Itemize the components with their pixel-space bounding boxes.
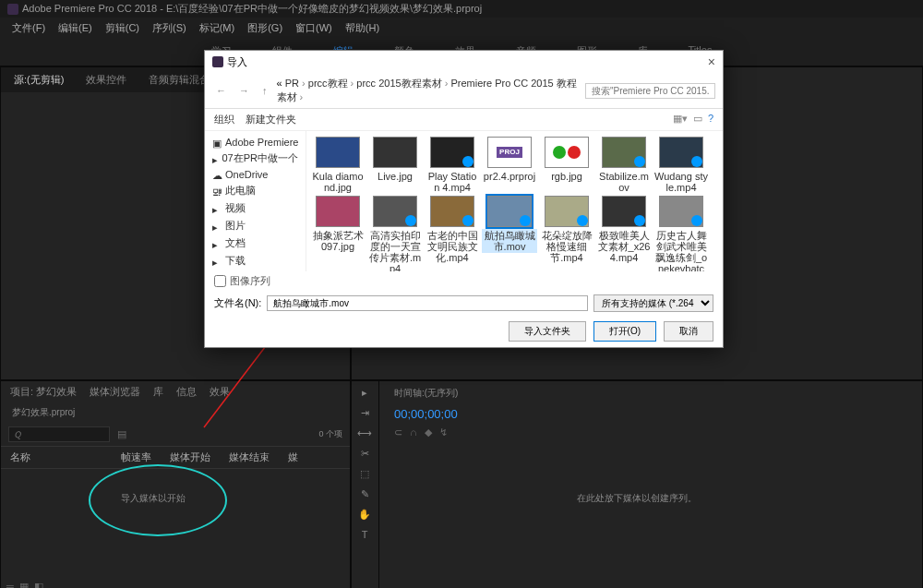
close-icon[interactable]: × [708, 54, 715, 69]
tab-media-browser[interactable]: 媒体浏览器 [90, 385, 140, 399]
settings-wrench-icon[interactable]: ↯ [439, 426, 448, 438]
col-out[interactable]: 媒体结束 [229, 450, 270, 464]
col-in[interactable]: 媒体开始 [170, 450, 210, 464]
nav-up-icon[interactable]: ↑ [258, 85, 271, 96]
menu-edit[interactable]: 编辑(E) [54, 19, 97, 37]
dialog-titlebar: 导入 × [205, 51, 723, 73]
bin-icon[interactable]: ▤ [117, 428, 126, 440]
cancel-button[interactable]: 取消 [664, 321, 713, 342]
timecode[interactable]: 00;00;00;00 [383, 405, 922, 423]
col-name[interactable]: 名称 [10, 450, 102, 464]
tab-project[interactable]: 项目: 梦幻效果 [10, 385, 77, 399]
project-view-buttons: ═ ▦ ◧ [6, 581, 43, 588]
file-item[interactable]: Kula diamond.jpg [310, 137, 366, 194]
tool-column: ▸ ⇥ ⟷ ✂ ⬚ ✎ ✋ T [352, 381, 379, 588]
tab-lib[interactable]: 库 [153, 385, 163, 399]
items-count: 0 个项 [318, 428, 342, 440]
file-item[interactable]: PROJpr2.4.prproj [482, 137, 537, 194]
file-item[interactable]: 航拍鸟瞰城市.mov [482, 196, 537, 271]
view-menu-icon[interactable]: ▦▾ [673, 113, 688, 126]
project-search-input[interactable] [8, 426, 110, 442]
pen-tool-icon[interactable]: ✎ [355, 488, 374, 505]
file-item[interactable]: Play Station 4.mp4 [425, 137, 480, 194]
import-folder-button[interactable]: 导入文件夹 [509, 321, 586, 342]
menu-bar: 文件(F) 编辑(E) 剪辑(C) 序列(S) 标记(M) 图形(G) 窗口(W… [0, 18, 923, 39]
filename-input[interactable] [267, 295, 588, 311]
menu-seq[interactable]: 序列(S) [148, 19, 191, 37]
sidebar-item[interactable]: ▸视频 [210, 199, 300, 217]
file-item[interactable]: Stabilize.mov [596, 137, 652, 194]
tab-source[interactable]: 源:(无剪辑) [10, 71, 67, 89]
file-item[interactable]: Live.jpg [367, 137, 423, 194]
type-tool-icon[interactable]: T [355, 529, 374, 546]
project-file-name: 梦幻效果.prproj [1, 402, 350, 423]
filename-label: 文件名(N): [214, 296, 261, 310]
annotation-circle [89, 464, 227, 536]
ripple-tool-icon[interactable]: ⟷ [355, 427, 374, 444]
file-item[interactable]: 极致唯美人文素材_x264.mp4 [596, 196, 652, 271]
sidebar-item[interactable]: 🖳此电脑 [210, 182, 300, 199]
file-item[interactable]: 古老的中国文明民族文化.mp4 [425, 196, 480, 271]
dialog-title: 导入 [227, 55, 247, 69]
file-item[interactable]: 抽象派艺术 097.jpg [310, 196, 366, 271]
filter-select[interactable]: 所有支持的媒体 (*.264;*.3G2;* [593, 294, 713, 312]
image-sequence-label: 图像序列 [230, 274, 270, 288]
file-item[interactable]: 历史古人舞剑武术唯美飘逸练剑_onekeybatch.mp4 [653, 196, 709, 271]
project-tabs: 项目: 梦幻效果 媒体浏览器 库 信息 效果 [1, 381, 350, 402]
sidebar-item[interactable]: ▸07在PR中做一个 [210, 150, 300, 167]
menu-graph[interactable]: 图形(G) [243, 19, 287, 37]
sidebar-item[interactable]: ▸下载 [210, 252, 300, 270]
marker-icon[interactable]: ◆ [425, 426, 432, 438]
image-sequence-row: 图像序列 [205, 271, 723, 291]
nav-back-icon[interactable]: ← [212, 85, 230, 96]
file-grid[interactable]: Kula diamond.jpgLive.jpgPlay Station 4.m… [306, 131, 723, 271]
file-item[interactable]: rgb.jpg [539, 137, 594, 194]
timeline-panel: ▸ ⇥ ⟷ ✂ ⬚ ✎ ✋ T 时间轴:(无序列) 00;00;00;00 ⊂ … [351, 380, 923, 588]
snap-icon[interactable]: ⊂ [394, 426, 402, 438]
menu-help[interactable]: 帮助(H) [341, 19, 384, 37]
open-button[interactable]: 打开(O) [593, 321, 656, 342]
organize-menu[interactable]: 组织 [214, 113, 234, 126]
dialog-buttons: 导入文件夹 打开(O) 取消 [205, 316, 723, 347]
menu-mark[interactable]: 标记(M) [195, 19, 240, 37]
sidebar-item[interactable]: ☁OneDrive [210, 167, 300, 182]
track-select-icon[interactable]: ⇥ [355, 407, 374, 424]
help-icon[interactable]: ? [708, 113, 713, 126]
sidebar-item[interactable]: ▸文档 [210, 234, 300, 252]
file-item[interactable]: 花朵绽放降格慢速细节.mp4 [539, 196, 594, 271]
window-title: Adobe Premiere Pro CC 2018 - E:\百度经验\07在… [22, 2, 482, 16]
dialog-sidebar: ▣Adobe Premiere▸07在PR中做一个☁OneDrive🖳此电脑▸视… [205, 131, 306, 271]
image-sequence-checkbox[interactable] [214, 275, 226, 287]
filename-row: 文件名(N): 所有支持的媒体 (*.264;*.3G2;* [205, 291, 723, 316]
dialog-toolbar: 组织 新建文件夹 ▦▾ ▭ ? [205, 109, 723, 131]
sidebar-item[interactable]: ▸图片 [210, 217, 300, 234]
app-icon [7, 4, 18, 15]
title-bar: Adobe Premiere Pro CC 2018 - E:\百度经验\07在… [0, 0, 923, 18]
tab-fx-controls[interactable]: 效果控件 [82, 71, 130, 89]
selection-tool-icon[interactable]: ▸ [355, 387, 374, 403]
file-item[interactable]: 高清实拍印度的一天宣传片素材.mp4 [367, 196, 423, 271]
dialog-body: ▣Adobe Premiere▸07在PR中做一个☁OneDrive🖳此电脑▸视… [205, 131, 723, 271]
tab-effects[interactable]: 效果 [210, 385, 230, 399]
preview-pane-icon[interactable]: ▭ [693, 113, 702, 126]
menu-win[interactable]: 窗口(W) [291, 19, 337, 37]
col-rate[interactable]: 帧速率 [121, 450, 151, 464]
link-icon[interactable]: ∩ [410, 426, 417, 438]
nav-fwd-icon[interactable]: → [235, 85, 253, 96]
menu-file[interactable]: 文件(F) [7, 19, 50, 37]
sidebar-item[interactable]: ▣Adobe Premiere [210, 135, 300, 150]
freeform-view-icon[interactable]: ◧ [34, 581, 43, 588]
slip-tool-icon[interactable]: ⬚ [355, 468, 374, 485]
razor-tool-icon[interactable]: ✂ [355, 448, 374, 464]
hand-tool-icon[interactable]: ✋ [355, 509, 374, 525]
tab-info[interactable]: 信息 [176, 385, 197, 399]
menu-clip[interactable]: 剪辑(C) [101, 19, 144, 37]
list-view-icon[interactable]: ═ [6, 581, 14, 588]
new-folder-button[interactable]: 新建文件夹 [246, 113, 296, 126]
breadcrumb[interactable]: « PR › prcc教程 › prcc 2015教程素材 › Premiere… [277, 77, 581, 104]
lower-panels: 项目: 梦幻效果 媒体浏览器 库 信息 效果 梦幻效果.prproj ▤ 0 个… [0, 380, 923, 588]
col-dur[interactable]: 媒 [288, 450, 298, 464]
search-input[interactable] [585, 83, 715, 99]
file-item[interactable]: Wudang style.mp4 [653, 137, 709, 194]
icon-view-icon[interactable]: ▦ [19, 581, 29, 588]
